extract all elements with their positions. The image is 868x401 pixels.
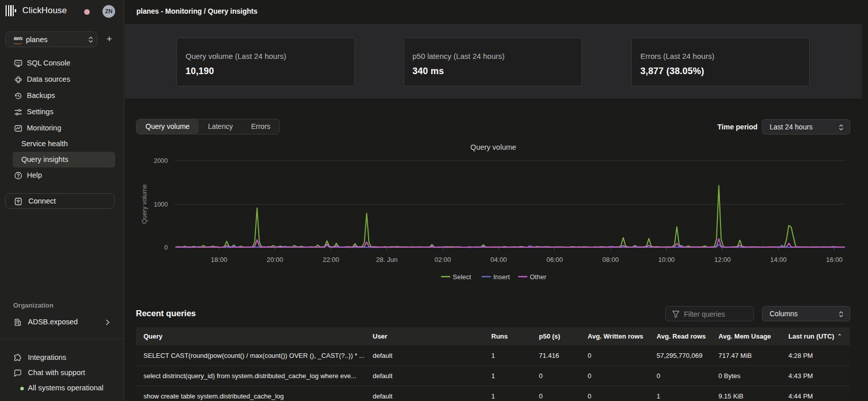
svg-text:Other: Other <box>530 273 547 281</box>
svg-text:0: 0 <box>164 244 168 251</box>
svg-text:18:00: 18:00 <box>211 256 228 263</box>
svg-text:04:00: 04:00 <box>490 256 507 263</box>
svg-text:12:00: 12:00 <box>714 256 731 263</box>
svg-text:1000: 1000 <box>154 201 168 208</box>
svg-text:14:00: 14:00 <box>770 256 787 263</box>
svg-text:Insert: Insert <box>493 273 510 281</box>
svg-text:28. Jun: 28. Jun <box>376 256 398 263</box>
svg-text:08:00: 08:00 <box>602 256 619 263</box>
svg-text:2000: 2000 <box>154 157 168 164</box>
svg-text:02:00: 02:00 <box>435 256 451 263</box>
svg-text:Query volume: Query volume <box>471 143 516 151</box>
svg-text:10:00: 10:00 <box>658 256 675 263</box>
svg-text:20:00: 20:00 <box>267 256 283 263</box>
svg-text:Query volume: Query volume <box>141 184 148 224</box>
svg-text:22:00: 22:00 <box>322 256 339 263</box>
svg-text:06:00: 06:00 <box>547 256 563 263</box>
svg-text:Select: Select <box>453 273 472 281</box>
svg-text:16:00: 16:00 <box>826 256 843 263</box>
